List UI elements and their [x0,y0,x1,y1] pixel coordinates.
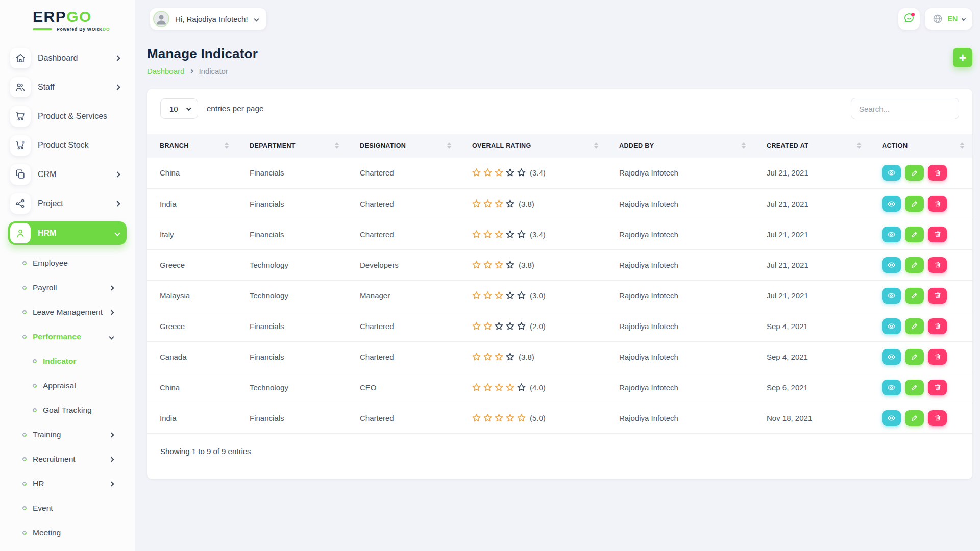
trash-icon [934,230,942,238]
edit-button[interactable] [905,288,924,304]
delete-button[interactable] [928,349,947,365]
view-button[interactable] [882,349,901,365]
cell-department: Technology [237,372,347,403]
edit-button[interactable] [905,227,924,242]
breadcrumb-dashboard-link[interactable]: Dashboard [147,67,184,76]
delete-button[interactable] [928,257,947,273]
entries-per-page-select[interactable]: 10 [160,98,198,119]
chevron-down-icon [254,16,259,21]
delete-button[interactable] [928,165,947,181]
column-header-department[interactable]: DEPARTMENT [237,134,347,158]
sidebar-subitem-employee[interactable]: Employee [8,256,127,271]
chevron-down-icon [109,334,114,339]
cell-branch: Canada [147,341,237,372]
sidebar-item-project[interactable]: Project [8,192,127,215]
sidebar-subitem-leave-management[interactable]: Leave Management [8,305,127,320]
star-icon [517,168,526,177]
table-controls: 10 entries per page [147,89,972,119]
chevron-right-icon [114,171,120,177]
column-header-branch[interactable]: BRANCH [147,134,237,158]
language-selector[interactable]: EN [925,8,972,30]
column-header-added-by[interactable]: ADDED BY [606,134,754,158]
column-label: OVERALL RATING [472,142,531,149]
cell-designation: Chartered [347,219,459,249]
column-header-designation[interactable]: DESIGNATION [347,134,459,158]
sidebar-item-hrm[interactable]: HRM [8,221,127,245]
edit-button[interactable] [905,380,924,395]
edit-button[interactable] [905,318,924,334]
main-area: Hi, Rajodiya Infotech! EN [135,0,980,551]
star-icon [506,414,514,422]
indicator-table: BRANCHDEPARTMENTDESIGNATIONOVERALL RATIN… [147,134,972,434]
add-indicator-button[interactable]: + [953,48,972,67]
sidebar-subitem-recruitment[interactable]: Recruitment [8,452,127,467]
column-header-action[interactable]: ACTION [869,134,972,158]
sidebar-subitem-goal-tracking[interactable]: Goal Tracking [8,403,127,418]
sidebar-subitem-payroll[interactable]: Payroll [8,280,127,295]
sidebar-subitem-hr[interactable]: HR [8,476,127,491]
logo[interactable]: ERPGO Powered By WORKDO [0,8,135,32]
sidebar-subitem-training[interactable]: Training [8,427,127,442]
view-button[interactable] [882,196,901,212]
sidebar-subitem-performance[interactable]: Performance [8,329,127,344]
chevron-down-icon [114,230,120,236]
sidebar-item-crm[interactable]: CRM [8,163,127,186]
edit-button[interactable] [905,410,924,426]
delete-button[interactable] [928,380,947,395]
cell-designation: Chartered [347,188,459,219]
view-button[interactable] [882,380,901,395]
star-icon [495,414,503,422]
delete-button[interactable] [928,410,947,426]
edit-button[interactable] [905,349,924,365]
sidebar-subitem-indicator[interactable]: Indicator [8,354,127,369]
entries-select-value: 10 [169,105,178,113]
user-menu[interactable]: Hi, Rajodiya Infotech! [150,8,266,30]
cell-department: Financials [237,341,347,372]
sidebar-subitem-appraisal[interactable]: Appraisal [8,378,127,393]
delete-button[interactable] [928,318,947,334]
star-icon [506,168,514,177]
sidebar-item-product-stock[interactable]: Product Stock [8,134,127,157]
view-button[interactable] [882,257,901,273]
star-icon [517,291,526,300]
view-button[interactable] [882,410,901,426]
messenger-button[interactable] [898,8,920,30]
sidebar-item-label: HRM [38,229,115,238]
trash-icon [934,353,942,361]
star-icon [483,322,492,331]
edit-button[interactable] [905,165,924,181]
pencil-icon [911,322,919,330]
view-button[interactable] [882,288,901,304]
star-icon [506,291,514,300]
delete-button[interactable] [928,196,947,212]
view-button[interactable] [882,165,901,181]
sidebar: ERPGO Powered By WORKDO DashboardStaffPr… [0,0,135,551]
delete-button[interactable] [928,227,947,242]
rating-value: (4.0) [530,383,546,392]
breadcrumb: Dashboard Indicator [147,67,258,76]
edit-button[interactable] [905,257,924,273]
sort-icon [225,142,229,149]
delete-button[interactable] [928,288,947,304]
sidebar-subitem-label: Meeting [33,528,113,537]
star-icon [517,230,526,239]
star-icon [495,230,503,239]
sidebar-subitem-label: Performance [33,332,110,341]
person-icon [10,223,31,243]
column-header-created-at[interactable]: CREATED AT [754,134,869,158]
rating-value: (5.0) [530,414,546,422]
sidebar-subitem-event[interactable]: Event [8,500,127,516]
star-icon [495,353,503,361]
cell-overall-rating: (3.8) [459,249,606,280]
column-header-overall-rating[interactable]: OVERALL RATING [459,134,606,158]
search-input[interactable] [851,98,959,119]
sidebar-item-staff[interactable]: Staff [8,76,127,98]
view-button[interactable] [882,227,901,242]
trash-icon [934,383,942,391]
sidebar-subitem-meeting[interactable]: Meeting [8,525,127,540]
edit-button[interactable] [905,196,924,212]
sidebar-item-dashboard[interactable]: Dashboard [8,47,127,69]
sidebar-item-product-and-services[interactable]: Product & Services [8,105,127,128]
view-button[interactable] [882,318,901,334]
chevron-right-icon [109,457,114,462]
